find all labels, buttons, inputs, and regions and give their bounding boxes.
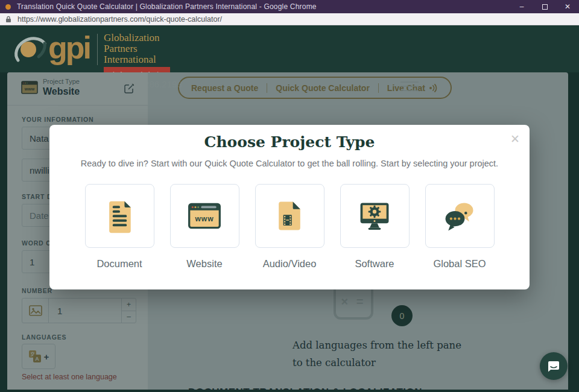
window-title: Translation Quick Quote Calculator | Glo… xyxy=(17,2,317,11)
close-button[interactable]: ✕ xyxy=(556,0,579,13)
modal-title: Choose Project Type xyxy=(49,133,530,151)
option-website-label: Website xyxy=(170,258,239,270)
logo-divider xyxy=(97,34,98,65)
global-seo-icon xyxy=(441,198,478,234)
option-global-seo-label: Global SEO xyxy=(425,258,495,270)
maximize-icon xyxy=(542,4,548,10)
option-global-seo[interactable]: Global SEO xyxy=(425,184,495,270)
option-audio-video-box[interactable] xyxy=(255,184,324,248)
minimize-button[interactable]: – xyxy=(510,0,533,13)
choose-project-type-modal: Choose Project Type ✕ Ready to dive in? … xyxy=(49,125,530,289)
chat-bubble-icon xyxy=(546,359,561,373)
brand-line: International xyxy=(104,54,170,65)
option-document-label: Document xyxy=(85,258,154,270)
option-software-box[interactable] xyxy=(340,184,410,248)
option-software[interactable]: Software xyxy=(340,184,410,270)
maximize-button[interactable] xyxy=(533,0,556,13)
site-header: gpi Globalization Partners International… xyxy=(0,25,579,72)
option-website[interactable]: www Website xyxy=(170,184,239,270)
option-audio-video-label: Audio/Video xyxy=(255,258,324,270)
audio-video-icon xyxy=(271,198,308,234)
option-global-seo-box[interactable] xyxy=(425,184,495,248)
url-bar[interactable]: https://www.globalizationpartners.com/qu… xyxy=(0,13,579,25)
option-website-box[interactable]: www xyxy=(170,184,239,248)
browser-titlebar: Translation Quick Quote Calculator | Glo… xyxy=(0,0,579,13)
gpi-swoosh-icon xyxy=(12,30,47,66)
project-type-options: Document www Website xyxy=(49,184,530,270)
chat-widget-button[interactable] xyxy=(540,352,568,380)
option-document[interactable]: Document xyxy=(85,184,154,270)
www-text: www xyxy=(194,215,214,223)
lock-icon xyxy=(5,16,11,23)
website-icon: www xyxy=(186,198,223,234)
document-icon xyxy=(101,198,138,234)
favicon-dot-icon xyxy=(5,4,11,10)
software-icon xyxy=(356,198,393,234)
option-document-box[interactable] xyxy=(85,184,154,248)
option-audio-video[interactable]: Audio/Video xyxy=(255,184,324,270)
brand-line: Globalization xyxy=(104,33,170,43)
brand-line: Partners xyxy=(104,43,170,54)
modal-close-icon[interactable]: ✕ xyxy=(510,133,520,145)
option-software-label: Software xyxy=(340,258,410,270)
browser-window: Translation Quick Quote Calculator | Glo… xyxy=(0,0,579,392)
gpi-logo-text: gpi xyxy=(48,30,90,65)
modal-subtitle: Ready to dive in? Start with our Quick Q… xyxy=(49,159,530,168)
url-text[interactable]: https://www.globalizationpartners.com/qu… xyxy=(17,15,222,24)
